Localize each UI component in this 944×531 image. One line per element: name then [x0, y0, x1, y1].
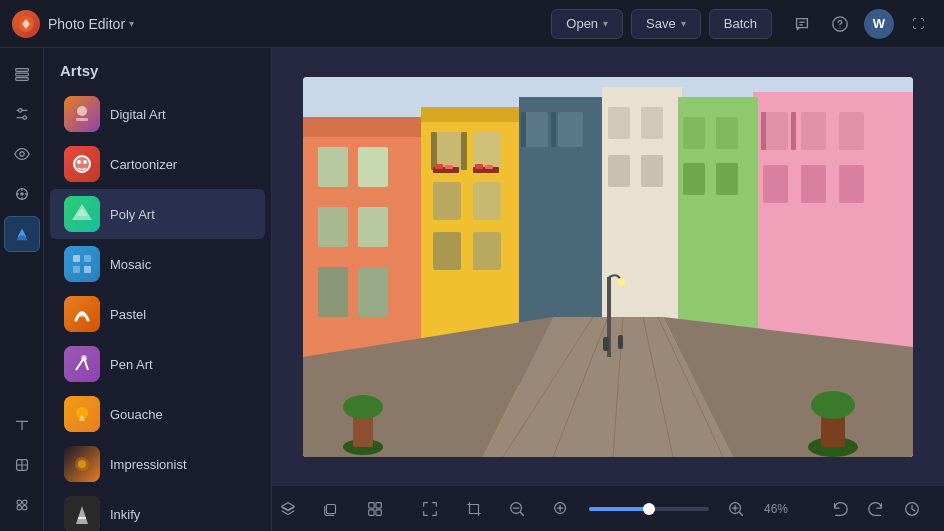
layers-icon-btn[interactable]	[4, 56, 40, 92]
sidebar-item-label-pen-art: Pen Art	[110, 357, 153, 372]
svg-rect-99	[763, 165, 788, 203]
canvas-image	[303, 77, 913, 457]
sidebar-item-icon-digital-art	[64, 96, 100, 132]
svg-point-19	[22, 500, 27, 505]
header-icons: W ⛶	[788, 9, 932, 39]
sidebar-item-icon-poly-art	[64, 196, 100, 232]
svg-line-143	[740, 512, 743, 515]
sidebar-item-icon-gouache	[64, 396, 100, 432]
history-btn[interactable]	[896, 493, 928, 525]
zoom-slider[interactable]	[589, 507, 709, 511]
svg-point-119	[343, 395, 383, 419]
svg-rect-86	[523, 162, 548, 197]
sidebar-item-digital-art[interactable]: Digital Art	[50, 89, 265, 139]
text-icon-btn[interactable]	[4, 407, 40, 443]
sidebar-item-cartoonizer[interactable]: Cartoonizer	[50, 139, 265, 189]
svg-point-26	[77, 160, 81, 164]
svg-rect-93	[608, 155, 630, 187]
svg-rect-107	[683, 163, 705, 195]
expand-icon[interactable]: ⛶	[904, 10, 932, 38]
svg-rect-33	[84, 255, 91, 262]
zoom-slider-thumb[interactable]	[643, 503, 655, 515]
svg-rect-74	[421, 107, 521, 122]
sidebar-item-label-poly-art: Poly Art	[110, 207, 155, 222]
sidebar-item-gouache[interactable]: Gouache	[50, 389, 265, 439]
svg-point-44	[78, 460, 86, 468]
svg-rect-131	[475, 164, 483, 169]
svg-rect-34	[73, 266, 80, 273]
sidebar-list: Digital ArtCartoonizerPoly ArtMosaicPast…	[44, 89, 271, 531]
crop-tool-btn[interactable]	[458, 493, 490, 525]
adjustments-icon-btn[interactable]	[4, 96, 40, 132]
sidebar-item-icon-inkify	[64, 496, 100, 531]
sidebar-item-impressionist[interactable]: Impressionist	[50, 439, 265, 489]
canvas-area: 46%	[272, 48, 944, 531]
sidebar-title: Artsy	[44, 48, 271, 89]
svg-rect-94	[641, 155, 663, 187]
svg-rect-79	[433, 232, 461, 270]
svg-point-9	[18, 109, 22, 113]
duplicate-tool-btn[interactable]	[316, 493, 348, 525]
svg-point-37	[79, 311, 85, 317]
svg-rect-100	[801, 165, 826, 203]
svg-rect-68	[358, 147, 388, 187]
layers-tool-btn[interactable]	[272, 493, 304, 525]
app-logo[interactable]	[12, 10, 40, 38]
svg-point-20	[17, 505, 22, 510]
open-button[interactable]: Open ▾	[551, 9, 623, 39]
svg-rect-134	[368, 502, 373, 507]
artsy-icon-btn[interactable]	[4, 216, 40, 252]
svg-rect-103	[791, 112, 796, 150]
zoom-in-btn[interactable]	[721, 493, 753, 525]
save-button[interactable]: Save ▾	[631, 9, 701, 39]
svg-point-27	[83, 160, 87, 164]
effects-icon-btn[interactable]	[4, 176, 40, 212]
svg-rect-31	[64, 246, 100, 282]
svg-point-15	[20, 232, 24, 236]
svg-rect-132	[485, 165, 493, 169]
svg-point-17	[17, 500, 22, 505]
svg-point-14	[20, 192, 24, 196]
user-avatar[interactable]: W	[864, 9, 894, 39]
eye-icon-btn[interactable]	[4, 136, 40, 172]
svg-rect-133	[327, 504, 336, 513]
zoom-reset-btn[interactable]	[545, 493, 577, 525]
svg-rect-85	[558, 112, 583, 147]
svg-rect-72	[358, 267, 388, 317]
icon-bar	[0, 48, 44, 531]
svg-rect-88	[521, 112, 526, 147]
svg-rect-89	[551, 112, 556, 147]
clone-icon-btn[interactable]	[4, 487, 40, 523]
sidebar-item-label-pastel: Pastel	[110, 307, 146, 322]
sidebar-item-poly-art[interactable]: Poly Art	[50, 189, 265, 239]
svg-point-4	[839, 27, 840, 28]
svg-rect-84	[523, 112, 548, 147]
svg-rect-106	[716, 117, 738, 149]
svg-point-22	[77, 106, 87, 116]
chat-icon[interactable]	[788, 10, 816, 38]
app-name-button[interactable]: Photo Editor ▾	[48, 16, 134, 32]
svg-point-12	[19, 152, 24, 157]
undo-btn[interactable]	[824, 493, 856, 525]
redo-btn[interactable]	[860, 493, 892, 525]
zoom-level-label: 46%	[764, 502, 800, 516]
sidebar-item-mosaic[interactable]: Mosaic	[50, 239, 265, 289]
batch-button[interactable]: Batch	[709, 9, 772, 39]
svg-rect-71	[318, 267, 348, 317]
fullscreen-tool-btn[interactable]	[415, 493, 447, 525]
sidebar: Artsy Digital ArtCartoonizerPoly ArtMosa…	[44, 48, 272, 531]
sidebar-item-inkify[interactable]: Inkify	[50, 489, 265, 531]
svg-rect-125	[603, 337, 609, 351]
sidebar-item-pen-art[interactable]: Pen Art	[50, 339, 265, 389]
svg-rect-77	[433, 182, 461, 220]
sidebar-item-icon-mosaic	[64, 246, 100, 282]
svg-rect-6	[15, 73, 28, 76]
zoom-out-btn[interactable]	[502, 493, 534, 525]
svg-line-140	[521, 512, 524, 515]
help-icon[interactable]	[826, 10, 854, 38]
sticker-icon-btn[interactable]	[4, 447, 40, 483]
svg-rect-87	[558, 162, 583, 197]
sidebar-item-pastel[interactable]: Pastel	[50, 289, 265, 339]
grid-tool-btn[interactable]	[359, 493, 391, 525]
sidebar-item-icon-pastel	[64, 296, 100, 332]
